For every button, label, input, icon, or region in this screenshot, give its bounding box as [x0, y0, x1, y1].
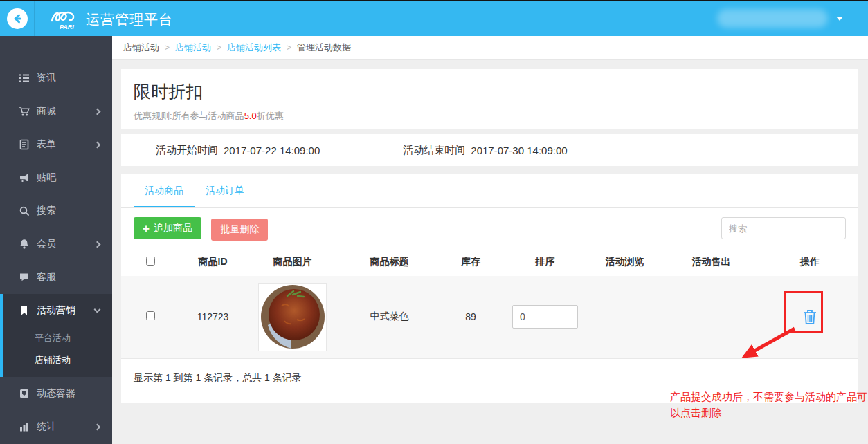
- sidebar-item-search[interactable]: 搜索: [0, 194, 112, 228]
- start-time-value: 2017-07-22 14:09:00: [224, 145, 320, 156]
- col-activity-views: 活动浏览: [588, 248, 661, 276]
- select-all-checkbox[interactable]: [146, 257, 155, 266]
- container-icon: [19, 388, 30, 399]
- activity-title-card: 限时折扣 优惠规则:所有参与活动商品5.0折优惠: [121, 69, 858, 129]
- page-title: 限时折扣: [134, 80, 846, 103]
- sidebar-item-news[interactable]: 资讯: [0, 62, 112, 95]
- sidebar-item-dynamic-container[interactable]: 动态容器: [0, 377, 112, 410]
- search-input[interactable]: [721, 217, 846, 239]
- activity-products-card: 活动商品 活动订单 + 追加商品 批量删除 商品ID 商品图片 商: [121, 174, 858, 403]
- sidebar-item-label: 资讯: [37, 72, 56, 84]
- back-button[interactable]: [0, 1, 35, 36]
- col-actions: 操作: [761, 248, 858, 276]
- form-icon: [19, 139, 30, 150]
- user-menu-caret-icon[interactable]: [836, 17, 843, 21]
- rule-discount-value: 5.0: [244, 111, 257, 121]
- sidebar-item-forms[interactable]: 表单: [0, 128, 112, 161]
- sidebar-item-support[interactable]: 客服: [0, 261, 112, 294]
- platform-logo: PARI 运营管理平台: [50, 4, 173, 35]
- chat-icon: [19, 272, 30, 283]
- breadcrumb-separator: >: [287, 43, 291, 53]
- col-activity-sold: 活动售出: [661, 248, 761, 276]
- sidebar-item-label: 商城: [37, 105, 56, 118]
- sidebar-item-label: 搜索: [37, 205, 56, 217]
- chevron-down-icon: [94, 306, 101, 313]
- platform-title: 运营管理平台: [86, 10, 173, 29]
- end-time-label: 活动结束时间: [403, 144, 465, 157]
- col-sort: 排序: [502, 248, 588, 276]
- user-account-redacted[interactable]: [717, 9, 828, 28]
- activity-time-bar: 活动开始时间 2017-07-22 14:09:00 活动结束时间 2017-0…: [121, 134, 858, 166]
- add-product-label: 追加商品: [154, 222, 192, 234]
- search-icon: [19, 205, 30, 216]
- chevron-right-icon: [94, 141, 101, 148]
- col-product-title: 商品标题: [339, 248, 440, 276]
- pagination-summary: 显示第 1 到第 1 条记录，总共 1 条记录: [134, 372, 858, 385]
- plus-icon: +: [143, 223, 150, 234]
- stats-icon: [19, 421, 30, 432]
- breadcrumb-separator: >: [217, 43, 221, 53]
- platform-logo-icon: PARI: [50, 8, 83, 31]
- sidebar-item-label: 活动营销: [37, 304, 75, 317]
- bell-icon: [19, 239, 30, 250]
- sidebar-subitem-platform-activity[interactable]: 平台活动: [3, 327, 112, 349]
- chevron-right-icon: [94, 108, 101, 115]
- start-time-group: 活动开始时间 2017-07-22 14:09:00: [156, 144, 320, 157]
- breadcrumb-item-link[interactable]: 店铺活动: [175, 41, 211, 54]
- breadcrumb-item-link[interactable]: 店铺活动列表: [227, 41, 281, 54]
- bullhorn-icon: [19, 172, 30, 183]
- end-time-value: 2017-07-30 14:09:00: [471, 145, 567, 156]
- sidebar-item-label: 会员: [37, 238, 56, 250]
- table-header-row: 商品ID 商品图片 商品标题 库存 排序 活动浏览 活动售出 操作: [121, 248, 858, 276]
- cell-stock: 89: [440, 276, 502, 359]
- bookmark-icon: [19, 305, 30, 316]
- batch-delete-label: 批量删除: [220, 223, 259, 236]
- cell-product-image: [246, 276, 339, 359]
- sidebar-item-label: 表单: [37, 138, 56, 151]
- sidebar-item-forum[interactable]: 贴吧: [0, 161, 112, 194]
- chevron-right-icon: [94, 423, 101, 430]
- annotation-note: 产品提交成功后，不需要参与活动的产品可以点击删除: [670, 389, 868, 421]
- dish-photo-icon: [261, 285, 325, 349]
- batch-delete-button[interactable]: 批量删除: [211, 219, 268, 241]
- breadcrumb-item-current: 管理活动数据: [297, 41, 351, 54]
- cell-activity-views: [588, 276, 661, 359]
- sidebar: 资讯 商城 表单 贴吧 搜索 会员: [0, 36, 112, 444]
- list-icon: [19, 73, 30, 84]
- col-stock: 库存: [440, 248, 502, 276]
- sidebar-item-label: 客服: [37, 271, 56, 284]
- svg-text:PARI: PARI: [60, 24, 74, 30]
- product-image[interactable]: [258, 283, 327, 351]
- row-checkbox[interactable]: [146, 311, 155, 320]
- breadcrumb: 店铺活动 > 店铺活动 > 店铺活动列表 > 管理活动数据: [112, 36, 868, 60]
- discount-rule: 优惠规则:所有参与活动商品5.0折优惠: [134, 110, 846, 122]
- col-product-image: 商品图片: [246, 248, 339, 276]
- add-product-button[interactable]: + 追加商品: [134, 217, 201, 239]
- sidebar-item-statistics[interactable]: 统计: [0, 410, 112, 443]
- sort-order-input[interactable]: [512, 305, 578, 329]
- top-header-bar: PARI 运营管理平台: [0, 0, 868, 36]
- annotation-arrow-icon: [720, 322, 803, 367]
- sidebar-group-marketing: 活动营销 平台活动 店铺活动: [0, 294, 112, 377]
- sidebar-item-members[interactable]: 会员: [0, 228, 112, 261]
- cart-icon: [19, 106, 30, 117]
- tab-activity-products[interactable]: 活动商品: [134, 174, 195, 207]
- sidebar-item-marketing[interactable]: 活动营销: [3, 294, 112, 327]
- tab-activity-orders[interactable]: 活动订单: [195, 174, 255, 207]
- cell-product-title: 中式菜色: [339, 276, 440, 359]
- col-product-id: 商品ID: [180, 248, 246, 276]
- sidebar-item-label: 统计: [37, 420, 56, 433]
- back-arrow-icon: [7, 8, 28, 29]
- tab-bar: 活动商品 活动订单: [121, 174, 858, 208]
- table-toolbar: + 追加商品 批量删除: [134, 217, 846, 239]
- sidebar-item-mall[interactable]: 商城: [0, 95, 112, 128]
- rule-suffix: 折优惠: [257, 111, 284, 121]
- sidebar-item-label: 动态容器: [37, 387, 75, 400]
- end-time-group: 活动结束时间 2017-07-30 14:09:00: [403, 144, 567, 157]
- breadcrumb-separator: >: [165, 43, 170, 53]
- app-window: PARI 运营管理平台 资讯 商城 表单 贴: [0, 0, 868, 444]
- cell-product-id: 112723: [180, 276, 246, 359]
- sidebar-item-label: 贴吧: [37, 172, 56, 184]
- sidebar-subitem-shop-activity[interactable]: 店铺活动: [3, 349, 112, 371]
- rule-prefix: 优惠规则:所有参与活动商品: [134, 111, 244, 121]
